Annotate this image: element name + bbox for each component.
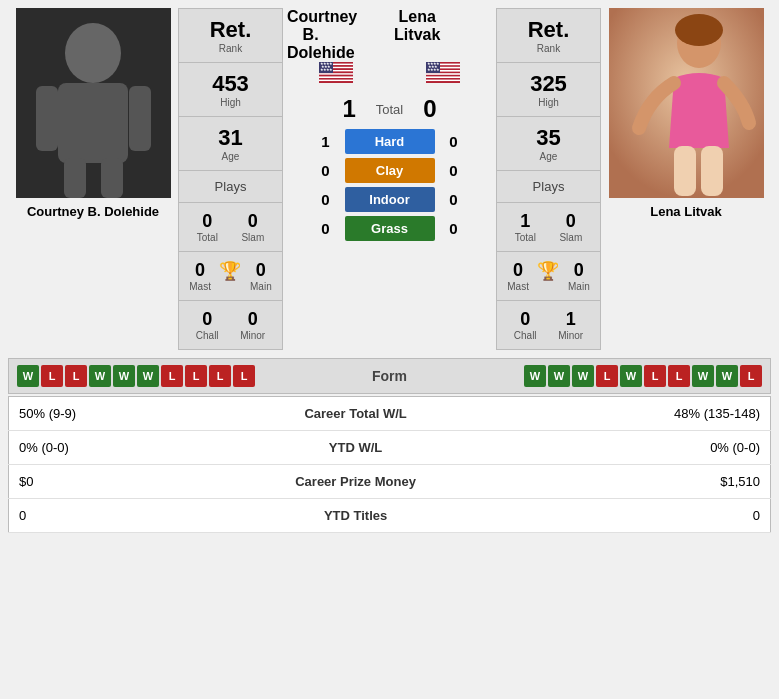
svg-rect-38 [426, 80, 460, 82]
comparison-row: $0 Career Prize Money $1,510 [9, 465, 771, 499]
form-badge-8: L [209, 365, 231, 387]
right-main-item: 0 Main [568, 260, 590, 292]
left-form-badges: WLLWWWLLLL [17, 365, 255, 387]
form-badge-6: L [668, 365, 690, 387]
form-badge-2: L [65, 365, 87, 387]
svg-rect-14 [319, 73, 353, 75]
form-badge-0: W [17, 365, 39, 387]
svg-rect-1 [58, 83, 128, 163]
surf-tag-indoor: Indoor [345, 187, 435, 212]
surf-tag-grass: Grass [345, 216, 435, 241]
left-main-item: 0 Main [250, 260, 272, 292]
right-flag: ★★★★ ★★★ ★★★★ [394, 62, 492, 83]
right-name-center: Lena Litvak [394, 8, 492, 62]
comp-label-1: YTD W/L [191, 431, 521, 465]
comparison-row: 0 YTD Titles 0 [9, 499, 771, 533]
right-minor-label: Minor [558, 330, 583, 341]
left-chall-value: 0 [202, 309, 212, 330]
right-plays-label: Plays [533, 179, 565, 194]
left-high-value: 453 [212, 71, 249, 97]
right-minor-item: 1 Minor [558, 309, 583, 341]
left-flag: ★★★★ ★★★ ★★★★ [287, 62, 385, 83]
left-age-label: Age [222, 151, 240, 162]
comparison-row: 0% (0-0) YTD W/L 0% (0-0) [9, 431, 771, 465]
right-mast-value: 0 [513, 260, 523, 281]
svg-rect-4 [64, 158, 86, 198]
surface-row-clay: 0Clay0 [283, 158, 496, 183]
right-player-photo [609, 8, 764, 198]
right-plays-section: Plays [497, 171, 600, 203]
comp-right-0: 48% (135-148) [521, 397, 771, 431]
left-mast-main-row: 0 Mast 🏆 0 Main [185, 260, 276, 292]
right-usa-flag: ★★★★ ★★★ ★★★★ [426, 62, 460, 83]
left-chall-label: Chall [196, 330, 219, 341]
surface-row-indoor: 0Indoor0 [283, 187, 496, 212]
left-trophy-icon: 🏆 [219, 260, 241, 282]
form-badge-5: W [137, 365, 159, 387]
right-total-slam-row: 1 Total 0 Slam [503, 211, 594, 243]
comp-left-3: 0 [9, 499, 191, 533]
form-badge-5: L [644, 365, 666, 387]
svg-rect-2 [36, 86, 58, 151]
left-minor-value: 0 [248, 309, 258, 330]
left-age-value: 31 [218, 125, 242, 151]
right-rank-value: Ret. [528, 17, 570, 43]
left-main-label: Main [250, 281, 272, 292]
svg-rect-56 [701, 146, 723, 196]
right-chall-minor-row: 0 Chall 1 Minor [503, 309, 594, 341]
left-total-item: 0 Total [197, 211, 218, 243]
right-rank-section: Ret. Rank [497, 9, 600, 63]
svg-rect-18 [319, 80, 353, 82]
left-main-value: 0 [256, 260, 266, 281]
left-slam-label: Slam [241, 232, 264, 243]
total-score-left: 1 [342, 95, 355, 123]
surface-rows: 1Hard00Clay00Indoor00Grass0 [283, 129, 496, 241]
left-silhouette [16, 8, 171, 198]
player-names-row: Courtney B. Dolehide Lena Litvak [283, 8, 496, 62]
right-high-label: High [538, 97, 559, 108]
surf-right-1: 0 [443, 162, 465, 179]
surf-tag-hard: Hard [345, 129, 435, 154]
svg-rect-15 [319, 75, 353, 77]
left-plays-section: Plays [179, 171, 282, 203]
surf-tag-clay: Clay [345, 158, 435, 183]
svg-rect-37 [426, 76, 460, 78]
right-total-slam-section: 1 Total 0 Slam [497, 203, 600, 252]
left-mast-value: 0 [195, 260, 205, 281]
comp-left-2: $0 [9, 465, 191, 499]
right-chall-item: 0 Chall [514, 309, 537, 341]
form-badge-9: L [233, 365, 255, 387]
form-badge-3: W [89, 365, 111, 387]
form-badge-7: L [185, 365, 207, 387]
svg-point-54 [675, 14, 723, 46]
left-minor-label: Minor [240, 330, 265, 341]
right-main-label: Main [568, 281, 590, 292]
left-name-center: Courtney B. Dolehide [287, 8, 385, 62]
surf-right-0: 0 [443, 133, 465, 150]
left-rank-section: Ret. Rank [179, 9, 282, 63]
players-comparison-row: Courtney B. Dolehide Ret. Rank 453 High … [8, 8, 771, 350]
form-bar: WLLWWWLLLL Form WWWLWLLWWL [8, 358, 771, 394]
flags-row: ★★★★ ★★★ ★★★★ [283, 62, 496, 83]
right-player-column: Lena Litvak [601, 8, 771, 219]
form-badge-9: L [740, 365, 762, 387]
right-chall-minor-section: 0 Chall 1 Minor [497, 301, 600, 349]
surf-left-3: 0 [315, 220, 337, 237]
right-total-value: 1 [520, 211, 530, 232]
form-badge-7: W [692, 365, 714, 387]
right-player-name: Lena Litvak [650, 204, 722, 219]
left-chall-item: 0 Chall [196, 309, 219, 341]
right-age-section: 35 Age [497, 117, 600, 171]
right-high-section: 325 High [497, 63, 600, 117]
surface-row-grass: 0Grass0 [283, 216, 496, 241]
left-total-label: Total [197, 232, 218, 243]
left-rank-label: Rank [219, 43, 242, 54]
comp-left-1: 0% (0-0) [9, 431, 191, 465]
right-player-svg [609, 8, 764, 198]
form-badge-0: W [524, 365, 546, 387]
left-chall-minor-section: 0 Chall 0 Minor [179, 301, 282, 349]
form-badge-6: L [161, 365, 183, 387]
comp-label-0: Career Total W/L [191, 397, 521, 431]
surf-right-3: 0 [443, 220, 465, 237]
right-chall-label: Chall [514, 330, 537, 341]
